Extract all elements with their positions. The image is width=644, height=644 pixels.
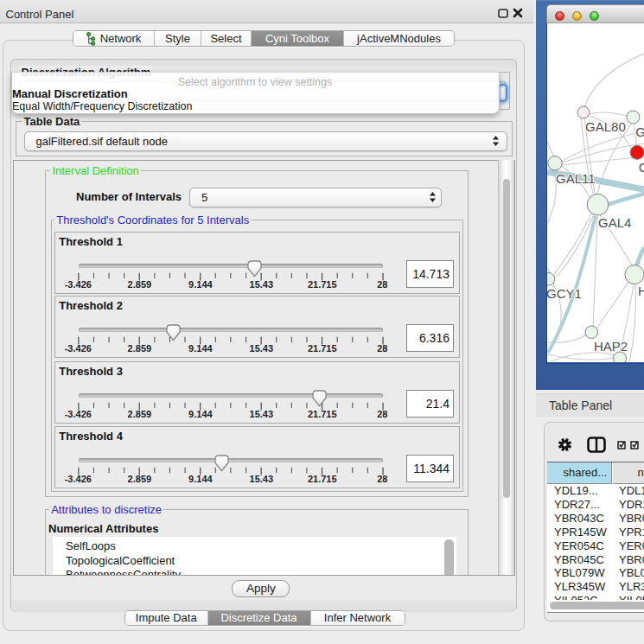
- svg-text:H: H: [638, 284, 644, 298]
- svg-text:HAP2: HAP2: [594, 339, 628, 354]
- svg-text:GA: GA: [635, 124, 644, 139]
- svg-text:GAL4: GAL4: [598, 215, 631, 230]
- svg-text:GAL11: GAL11: [556, 171, 596, 186]
- svg-text:GAL80: GAL80: [585, 119, 626, 134]
- svg-text:C: C: [639, 160, 644, 175]
- svg-text:GCY1: GCY1: [547, 286, 582, 301]
